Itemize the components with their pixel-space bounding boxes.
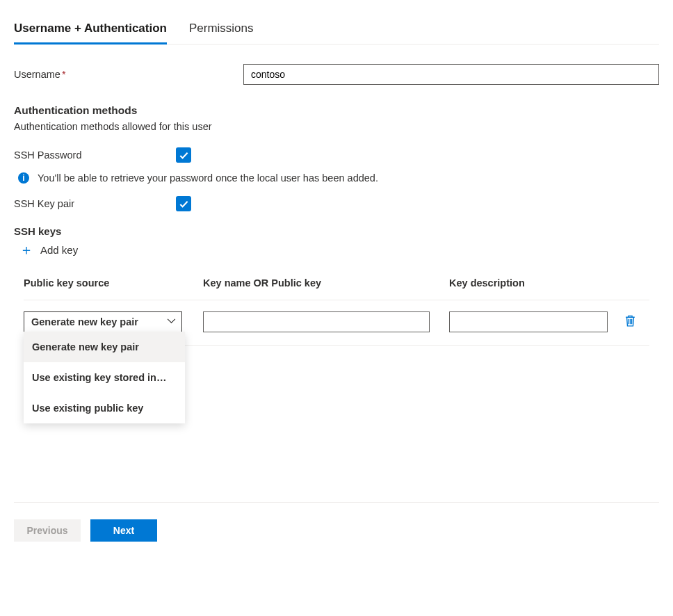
tab-username-auth[interactable]: Username + Authentication: [14, 15, 167, 44]
key-description-input[interactable]: [449, 311, 608, 332]
ssh-keys-header: Public key source Key name OR Public key…: [24, 277, 649, 300]
info-icon: i: [18, 172, 29, 184]
next-button[interactable]: Next: [90, 519, 157, 542]
previous-button[interactable]: Previous: [14, 519, 81, 542]
col-public-key-source: Public key source: [24, 277, 203, 289]
ssh-keys-title: SSH keys: [14, 225, 659, 237]
tab-bar: Username + Authentication Permissions: [14, 14, 659, 44]
plus-icon: ＋: [19, 243, 33, 257]
col-key-name: Key name OR Public key: [203, 277, 449, 289]
ssh-password-checkbox[interactable]: [176, 147, 191, 163]
ssh-key-row: Generate new key pair Generate new key p…: [24, 311, 649, 346]
check-icon: [179, 150, 189, 161]
trash-icon: [624, 314, 636, 327]
key-name-cell: [203, 311, 449, 332]
public-key-source-cell: Generate new key pair Generate new key p…: [24, 311, 203, 332]
ssh-keypair-label: SSH Key pair: [14, 198, 176, 209]
delete-key-button[interactable]: [624, 314, 636, 330]
col-key-description: Key description: [449, 277, 649, 289]
password-info-row: i You'll be able to retrieve your passwo…: [18, 172, 659, 184]
ssh-keypair-checkbox[interactable]: [176, 196, 191, 211]
key-name-input[interactable]: [203, 311, 430, 332]
check-icon: [179, 199, 189, 209]
ssh-password-row: SSH Password: [14, 147, 659, 163]
ssh-keypair-row: SSH Key pair: [14, 196, 659, 211]
add-key-label: Add key: [40, 244, 78, 256]
key-description-cell: [449, 311, 649, 332]
dropdown-option-generate[interactable]: Generate new key pair: [24, 332, 185, 362]
ssh-keys-table: Public key source Key name OR Public key…: [24, 277, 649, 346]
dropdown-option-existing-public[interactable]: Use existing public key: [24, 393, 185, 423]
required-asterisk: *: [62, 69, 66, 80]
wizard-footer: Previous Next: [14, 502, 659, 542]
dropdown-option-existing-stored[interactable]: Use existing key stored in…: [24, 362, 185, 393]
public-key-source-value: Generate new key pair: [31, 316, 138, 327]
ssh-password-label: SSH Password: [14, 149, 176, 161]
public-key-source-dropdown: Generate new key pair Use existing key s…: [24, 332, 185, 423]
password-info-text: You'll be able to retrieve your password…: [38, 172, 378, 184]
auth-methods-subtitle: Authentication methods allowed for this …: [14, 121, 659, 132]
auth-methods-title: Authentication methods: [14, 104, 659, 117]
username-row: Username*: [14, 64, 659, 85]
username-label: Username*: [14, 69, 243, 80]
tab-permissions[interactable]: Permissions: [189, 15, 254, 44]
add-key-button[interactable]: ＋ Add key: [19, 243, 659, 257]
public-key-source-select[interactable]: Generate new key pair: [24, 311, 182, 332]
username-input[interactable]: [243, 64, 659, 85]
public-key-source-select-wrap: Generate new key pair Generate new key p…: [24, 311, 182, 332]
username-label-text: Username: [14, 69, 60, 80]
chevron-down-icon: [167, 316, 176, 327]
